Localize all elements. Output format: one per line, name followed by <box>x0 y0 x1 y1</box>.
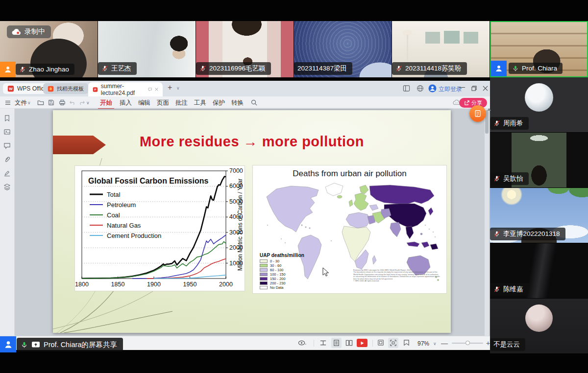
tab-list-chevron-icon[interactable]: ∨ <box>176 86 180 91</box>
wps-tabbar: W WPS Office 找稻壳模板 P summer-lecture24.pd… <box>0 81 490 96</box>
single-page-view-icon[interactable] <box>319 339 327 347</box>
fit-page-icon[interactable] <box>377 339 384 346</box>
menu-tools[interactable]: 工具 <box>192 98 208 108</box>
file-chevron-icon[interactable]: ∨ <box>27 100 31 105</box>
menu-page[interactable]: 页面 <box>155 98 171 108</box>
pdf-icon: P <box>93 86 98 93</box>
hamburger-icon[interactable] <box>5 100 11 105</box>
video-tile-su-xiaopan[interactable]: 2023114418苏笑盼 <box>392 21 490 77</box>
map-legend-title: UAP deaths/million <box>260 253 304 258</box>
bookmark-flag-icon[interactable] <box>403 339 410 346</box>
two-page-view-icon[interactable] <box>345 339 353 347</box>
participant-name-label: 王艺杰 <box>98 62 137 75</box>
video-tile-zhou-yuxi[interactable]: 周雨希 <box>490 77 588 132</box>
map-region-north-america <box>267 186 318 232</box>
svg-text:2000: 2000 <box>219 281 233 288</box>
tab-comment-icon[interactable] <box>148 87 152 92</box>
participant-name: 2023114387梁田 <box>297 64 347 73</box>
participant-name-label: 陈维嘉 <box>490 283 529 296</box>
map-region-india <box>390 222 401 237</box>
globe-icon[interactable] <box>416 85 424 92</box>
pdf-tools-floating-button[interactable] <box>469 105 486 122</box>
map-region-europe <box>354 193 368 210</box>
sidebar-toggle-icon[interactable] <box>403 85 410 92</box>
bookmark-icon[interactable] <box>3 115 11 122</box>
slide-title: More residues → more pollution <box>53 134 451 150</box>
docer-icon <box>48 86 54 92</box>
layers-icon[interactable] <box>3 183 11 190</box>
continuous-view-icon[interactable] <box>333 339 340 347</box>
comments-panel-icon[interactable] <box>3 142 11 149</box>
redo-icon[interactable] <box>78 99 85 105</box>
video-tile-chen-weijia[interactable]: 陈维嘉 <box>490 243 588 298</box>
play-slideshow-button[interactable] <box>357 339 368 347</box>
pollution-map: Deaths from urban air pollution <box>252 165 447 294</box>
save-icon[interactable] <box>48 99 54 106</box>
tab-docer-templates[interactable]: 找稻壳模板 <box>43 83 88 94</box>
participant-name: 2023114418苏笑盼 <box>405 64 462 73</box>
window-close-button[interactable] <box>483 86 488 91</box>
svg-text:1950: 1950 <box>183 281 197 288</box>
video-tile-li-yabo[interactable]: 李亚博2022201318 <box>490 188 588 243</box>
emissions-chart: 1000200030004000500060007000180018501900… <box>74 165 245 291</box>
legend-label: 30 - 60 <box>270 263 281 268</box>
thumbnail-panel-icon[interactable] <box>3 128 11 136</box>
video-tile-mao-yiying[interactable]: 2023116996毛艺颖 <box>196 21 294 77</box>
screen-share-icon <box>31 341 40 349</box>
menu-protect[interactable]: 保护 <box>211 98 227 108</box>
floating-button-collapse-icon[interactable] <box>487 108 491 111</box>
pdf-document-area[interactable]: More residues → more pollution 100020003… <box>15 109 490 336</box>
account-avatar-icon[interactable] <box>428 84 437 93</box>
menu-home[interactable]: 开始 <box>98 98 114 109</box>
svg-text:Total: Total <box>107 191 121 198</box>
cloud-recording-icon <box>11 28 21 35</box>
window-restore-button[interactable] <box>471 86 477 91</box>
menu-annotate[interactable]: 批注 <box>173 98 190 108</box>
pen-edit-icon[interactable] <box>3 169 11 177</box>
new-tab-button[interactable]: + <box>168 83 172 92</box>
legend-label: 60 - 100 <box>270 268 284 272</box>
open-file-icon[interactable] <box>37 99 44 106</box>
menu-insert[interactable]: 插入 <box>118 98 134 108</box>
mic-muted-icon <box>493 231 500 237</box>
participant-name-label: 2023114418苏笑盼 <box>392 62 467 75</box>
meeting-app-badge[interactable] <box>0 336 16 352</box>
tab-close-icon[interactable] <box>155 87 158 92</box>
video-tile-bushiyunyun[interactable]: 不是云云 <box>490 299 588 353</box>
zoom-in-button[interactable]: + <box>486 339 490 347</box>
participant-name-label: 周雨希 <box>490 117 529 130</box>
zoom-out-button[interactable]: — <box>441 339 448 347</box>
map-region-turkey <box>369 205 378 210</box>
video-tile-liang-tian[interactable]: 2023114387梁田 <box>294 21 392 77</box>
menu-edit[interactable]: 编辑 <box>136 98 152 108</box>
recording-label: 录制中 <box>24 27 45 36</box>
svg-text:Million Metric Tons of Carbon: Million Metric Tons of Carbon / Year <box>237 179 244 271</box>
share-banner-label: Prof. Chiara的屏幕共享 <box>44 340 117 350</box>
search-icon[interactable] <box>251 99 257 106</box>
video-tile-wang-yijie[interactable]: 王艺杰 <box>98 21 196 77</box>
legend-swatch <box>260 259 268 263</box>
video-tile-prof-chiara[interactable]: Prof. Chiara <box>490 21 588 77</box>
menu-file[interactable]: 文件 <box>13 98 29 108</box>
attachment-icon[interactable] <box>3 156 11 163</box>
undo-icon[interactable] <box>70 99 76 105</box>
svg-text:1900: 1900 <box>147 281 161 288</box>
svg-text:Natural Gas: Natural Gas <box>107 222 141 229</box>
map-region-japan <box>428 208 433 215</box>
video-tile-wu-xinyi[interactable]: 吴歆怡 <box>490 133 588 187</box>
mouse-cursor <box>322 267 329 277</box>
map-region-scandinavia <box>360 185 368 194</box>
window-minimize-button[interactable]: — <box>459 83 465 91</box>
print-icon[interactable] <box>59 99 66 106</box>
menu-convert[interactable]: 转换 <box>229 98 245 108</box>
zoom-level[interactable]: 97% <box>417 340 429 347</box>
tab-document[interactable]: P summer-lecture24.pdf <box>88 82 163 96</box>
read-mode-icon[interactable] <box>298 339 306 347</box>
legend-swatch <box>260 277 268 280</box>
fit-width-icon[interactable] <box>390 339 397 347</box>
zoom-slider-knob[interactable] <box>466 341 470 345</box>
quickbar-chevron-icon[interactable]: ∨ <box>86 100 90 105</box>
zoom-chevron-icon[interactable]: ∨ <box>433 341 437 346</box>
vertical-scrollbar[interactable] <box>485 109 489 336</box>
screen-share-banner[interactable]: Prof. Chiara的屏幕共享 <box>17 338 123 351</box>
